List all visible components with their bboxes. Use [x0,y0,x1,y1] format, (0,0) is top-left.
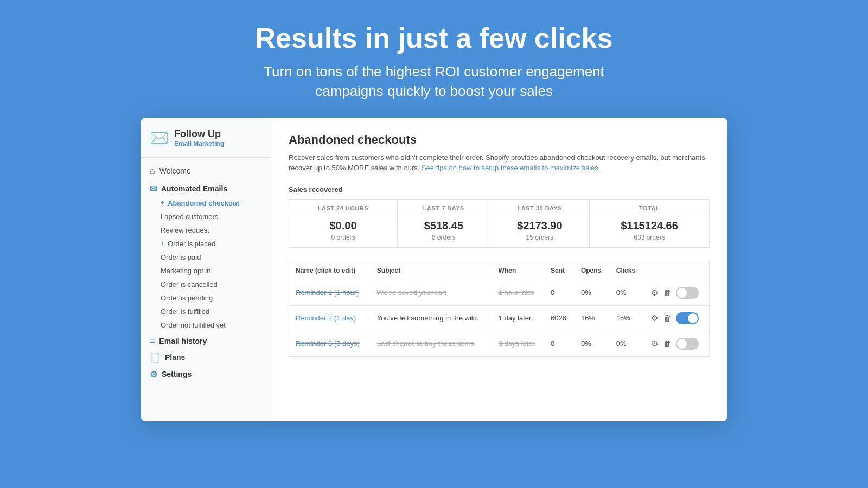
hero-title: Results in just a few clicks [11,22,857,54]
stats-col-24h: LAST 24 HOURS [289,199,398,215]
email-opens-1: 16% [575,305,610,331]
email-when-2: 3 days later [492,331,544,356]
sidebar-item-welcome[interactable]: ⌂ Welcome [141,162,271,179]
email-actions-0: ⚙ 🗑 [643,280,709,305]
email-clicks-2: 0% [610,331,644,356]
email-when-1: 1 day later [492,305,544,331]
sidebar-logo: ✉️ Follow Up Email Marketing [141,129,271,157]
sidebar-subitem-review-request[interactable]: Review request [141,223,271,237]
email-opens-0: 0% [575,280,610,305]
sidebar-subitem-order-pending[interactable]: Order is pending [141,291,271,305]
email-name-0[interactable]: Reminder 1 (1 hour) [289,280,371,305]
plus-icon-abandoned: + [161,199,164,207]
email-name-1[interactable]: Reminder 2 (1 day) [289,305,371,331]
stats-cell-7d: $518.45 6 orders [397,215,490,247]
hero-section: Results in just a few clicks Turn on ton… [0,0,868,118]
delete-btn-1[interactable]: 🗑 [662,312,673,324]
settings-btn-0[interactable]: ⚙ [650,287,659,299]
sidebar-plans[interactable]: 📄 Plans [141,348,271,365]
stats-cell-30d: $2173.90 15 orders [490,215,589,247]
col-opens: Opens [575,261,610,280]
home-icon: ⌂ [150,166,155,176]
sales-recovered-label: Sales recovered [289,185,710,194]
sidebar-subitem-order-fulfilled[interactable]: Order is fulfilled [141,305,271,318]
settings-icon: ⚙ [150,369,157,380]
toggle-1[interactable] [676,312,699,324]
plus-icon-order-placed: + [161,240,164,247]
col-sent: Sent [544,261,575,280]
email-subject-1: You've left something in the wild. [371,305,492,331]
history-icon: ≡ [150,336,155,346]
logo-text: Follow Up Email Marketing [174,129,224,147]
table-row: Reminder 2 (1 day) You've left something… [289,305,710,331]
sidebar-subitem-order-not-fulfilled[interactable]: Order not fulfilled yet [141,318,271,332]
email-sent-0: 0 [544,280,575,305]
toggle-2[interactable] [676,338,699,350]
email-actions-1: ⚙ 🗑 [643,305,709,331]
email-actions-2: ⚙ 🗑 [643,331,709,356]
sidebar-subitem-order-paid[interactable]: Order is paid [141,251,271,264]
col-actions [643,261,709,280]
page-description: Recover sales from customers who didn't … [289,152,710,174]
sidebar-email-history[interactable]: ≡ Email history [141,332,271,348]
delete-btn-2[interactable]: 🗑 [662,338,673,349]
email-clicks-1: 15% [610,305,644,331]
tips-link[interactable]: See tips on how to setup these emails to… [422,164,601,172]
sidebar-subitem-order-placed[interactable]: + Order is placed [141,237,271,251]
sidebar: ✉️ Follow Up Email Marketing ⌂ Welcome ✉… [141,118,271,421]
table-row: Reminder 3 (3 days) Last chance to buy t… [289,331,710,356]
table-row: Reminder 1 (1 hour) We've saved your car… [289,280,710,305]
col-name: Name (click to edit) [289,261,371,280]
toggle-0[interactable] [676,287,699,299]
stats-table: LAST 24 HOURS LAST 7 DAYS LAST 30 DAYS T… [289,199,710,248]
hero-subtitle: Turn on tons of the highest ROI customer… [11,62,857,101]
stats-col-7d: LAST 7 DAYS [397,199,490,215]
logo-icon: ✉️ [150,129,169,147]
app-container: ✉️ Follow Up Email Marketing ⌂ Welcome ✉… [141,118,727,421]
stats-col-30d: LAST 30 DAYS [490,199,589,215]
email-sent-2: 0 [544,331,575,356]
sidebar-automated-emails[interactable]: ✉ Automated Emails [141,179,271,196]
email-opens-2: 0% [575,331,610,356]
col-subject: Subject [371,261,492,280]
stats-col-total: TOTAL [590,199,710,215]
email-subject-0: We've saved your cart [371,280,492,305]
delete-btn-0[interactable]: 🗑 [662,287,673,298]
plans-icon: 📄 [150,352,161,363]
stats-cell-24h: $0.00 0 orders [289,215,398,247]
email-clicks-0: 0% [610,280,644,305]
settings-btn-2[interactable]: ⚙ [650,338,659,350]
email-when-0: 1 hour later [492,280,544,305]
email-name-2[interactable]: Reminder 3 (3 days) [289,331,371,356]
settings-btn-1[interactable]: ⚙ [650,312,659,324]
sidebar-subitem-abandoned-checkout[interactable]: + Abandoned checkout [141,196,271,210]
stats-cell-total: $115124.66 633 orders [590,215,710,247]
sidebar-subitem-marketing-opt-in[interactable]: Marketing opt in [141,264,271,278]
main-content: Abandoned checkouts Recover sales from c… [271,118,727,421]
col-when: When [492,261,544,280]
emails-table: Name (click to edit) Subject When Sent O… [289,261,710,357]
email-subject-2: Last chance to buy these items [371,331,492,356]
email-sent-1: 6026 [544,305,575,331]
sidebar-divider [141,157,271,158]
page-title: Abandoned checkouts [289,133,710,147]
email-icon: ✉ [150,184,157,194]
col-clicks: Clicks [610,261,644,280]
sidebar-subitem-order-cancelled[interactable]: Order is cancelled [141,278,271,291]
sidebar-subitem-lapsed-customers[interactable]: Lapsed customers [141,210,271,223]
sidebar-settings[interactable]: ⚙ Settings [141,365,271,382]
